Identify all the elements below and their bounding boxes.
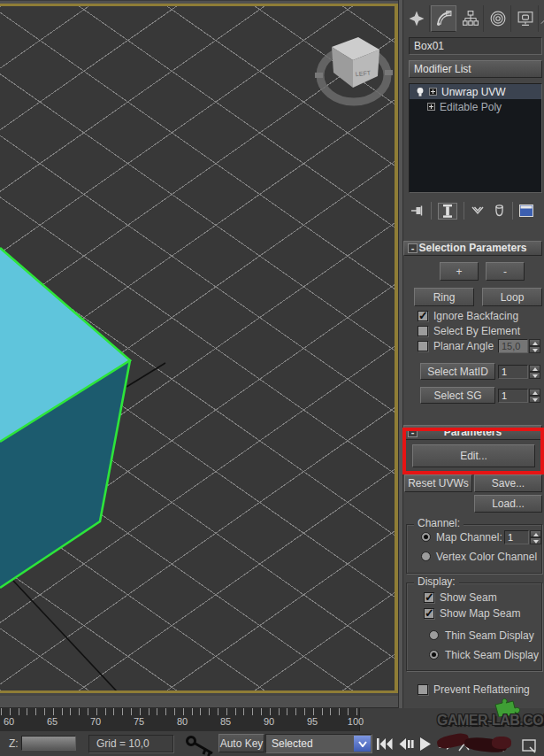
show-seam-checkbox[interactable] (424, 592, 434, 603)
modifier-stack-toolbar (407, 198, 542, 223)
map-channel-spinner[interactable] (530, 530, 541, 544)
map-channel-radio[interactable] (421, 532, 431, 542)
perspective-viewport[interactable]: LEFT (0, 4, 398, 693)
key-filters-value: Selected (272, 737, 313, 750)
select-matid-button[interactable]: Select MatID (420, 363, 495, 380)
next-frame-icon[interactable] (435, 737, 456, 752)
viewcube-gizmo[interactable]: LEFT (311, 29, 395, 111)
viewport-grid[interactable]: LEFT (0, 6, 395, 690)
tick-label: 85 (220, 716, 231, 727)
utilities-icon[interactable] (540, 5, 544, 32)
reset-uvws-button[interactable]: Reset UVWs (404, 474, 472, 492)
planar-angle-checkbox[interactable] (418, 341, 428, 351)
stack-row-editable-poly[interactable]: Editable Poly (410, 99, 541, 114)
tick-label: 90 (264, 716, 274, 727)
edit-button-highlight (402, 428, 544, 474)
show-end-result-icon[interactable] (438, 203, 457, 220)
select-by-element-label[interactable]: Select By Element (433, 325, 520, 337)
thin-seam-display-radio[interactable] (429, 630, 439, 640)
modifier-list-dropdown[interactable]: Modifier List (409, 60, 542, 78)
configure-modifier-sets-icon[interactable] (519, 204, 534, 218)
planar-angle-spinner[interactable] (529, 339, 540, 353)
select-matid-spinner[interactable] (529, 365, 540, 379)
thick-seam-display-radio[interactable] (429, 650, 439, 660)
time-slider-strip[interactable] (0, 696, 398, 708)
thick-seam-display-label[interactable]: Thick Seam Display (445, 649, 539, 661)
viewcube-tab[interactable] (385, 70, 393, 75)
tick-label: 80 (177, 716, 188, 727)
vertex-color-channel-radio[interactable] (421, 552, 431, 561)
go-to-start-icon[interactable] (374, 737, 395, 752)
tick-label: 60 (4, 716, 14, 727)
motion-icon[interactable] (486, 5, 511, 32)
stack-row-unwrap-uvw[interactable]: Unwrap UVW (410, 84, 541, 99)
key-filters-dropdown[interactable]: Selected (265, 734, 372, 753)
modifier-label[interactable]: Editable Poly (440, 101, 502, 113)
tick-label: 95 (307, 716, 318, 727)
select-by-element-checkbox[interactable] (418, 326, 428, 336)
shrink-selection-button[interactable]: - (486, 262, 525, 281)
auto-key-button[interactable]: Auto Key (218, 734, 264, 752)
ring-button[interactable]: Ring (414, 288, 474, 306)
show-seam-label[interactable]: Show Seam (440, 591, 497, 604)
command-panel: Box01 Modifier List Unwrap UVW Editable … (398, 0, 544, 708)
modifier-stack[interactable]: Unwrap UVW Editable Poly (409, 83, 542, 193)
modifier-label[interactable]: Unwrap UVW (441, 86, 506, 98)
modify-icon[interactable] (431, 5, 456, 32)
ignore-backfacing-checkbox[interactable] (418, 311, 428, 321)
panel-edge (398, 0, 403, 708)
lightbulb-icon[interactable] (415, 87, 425, 97)
planar-angle-value[interactable]: 15,0 (498, 339, 528, 353)
separator (431, 202, 432, 220)
ignore-backfacing-label[interactable]: Ignore Backfacing (433, 310, 518, 322)
z-coordinate-input[interactable] (21, 736, 76, 751)
tick-label: 75 (134, 716, 144, 727)
planar-angle-label[interactable]: Planar Angle (433, 340, 494, 352)
select-matid-value[interactable]: 1 (498, 365, 528, 379)
expand-icon[interactable] (429, 88, 437, 96)
3dsmax-window: LEFT Box01 Modifier List (0, 0, 544, 756)
save-button[interactable]: Save... (474, 474, 542, 492)
tick-label: 100 (348, 716, 364, 727)
tick-label: 70 (90, 716, 101, 727)
zoom-region-icon[interactable] (485, 740, 504, 753)
show-map-seam-label[interactable]: Show Map Seam (440, 607, 520, 620)
pin-stack-icon[interactable] (410, 204, 425, 218)
load-button[interactable]: Load... (474, 495, 542, 513)
select-sg-button[interactable]: Select SG (420, 387, 495, 404)
select-sg-value[interactable]: 1 (498, 389, 528, 403)
viewcube-tab[interactable] (315, 73, 323, 78)
rollout-selection-parameters[interactable]: - Selection Parameters (403, 241, 542, 256)
maximize-viewport-icon[interactable] (522, 739, 538, 753)
track-bar[interactable]: 60 65 70 75 80 85 90 95 100 (0, 708, 360, 731)
play-icon[interactable] (415, 737, 436, 752)
display-group-label: Display: (414, 575, 459, 588)
prevent-reflattening-checkbox[interactable] (418, 684, 428, 695)
map-channel-value[interactable]: 1 (504, 530, 529, 544)
show-map-seam-checkbox[interactable] (424, 608, 434, 619)
chevron-down-icon[interactable] (354, 736, 371, 752)
prevent-reflattening-label[interactable]: Prevent Reflattening (433, 683, 530, 696)
pan-icon[interactable] (458, 742, 471, 752)
separator (512, 202, 513, 220)
collapse-icon[interactable]: - (408, 243, 418, 253)
remove-modifier-icon[interactable] (493, 204, 506, 218)
set-keys-icon[interactable] (184, 733, 218, 756)
select-sg-spinner[interactable] (529, 389, 540, 403)
map-channel-label[interactable]: Map Channel: (436, 531, 502, 544)
display-icon[interactable] (513, 5, 539, 32)
expand-icon[interactable] (427, 103, 435, 111)
track-bar-ticks (1, 708, 359, 715)
loop-button[interactable]: Loop (482, 288, 542, 306)
make-unique-icon[interactable] (471, 204, 486, 218)
object-name-field[interactable]: Box01 (409, 37, 542, 55)
hierarchy-icon[interactable] (458, 5, 484, 32)
status-controls: Z: Grid = 10,0 Auto Key Selected (0, 731, 544, 756)
vertex-color-channel-label[interactable]: Vertex Color Channel (436, 551, 537, 563)
tick-label: 65 (47, 716, 57, 727)
thin-seam-display-label[interactable]: Thin Seam Display (445, 629, 534, 642)
previous-frame-icon[interactable] (395, 737, 417, 752)
channel-group-label: Channel: (414, 517, 464, 529)
create-icon[interactable] (404, 5, 430, 32)
grow-selection-button[interactable]: + (440, 262, 479, 281)
